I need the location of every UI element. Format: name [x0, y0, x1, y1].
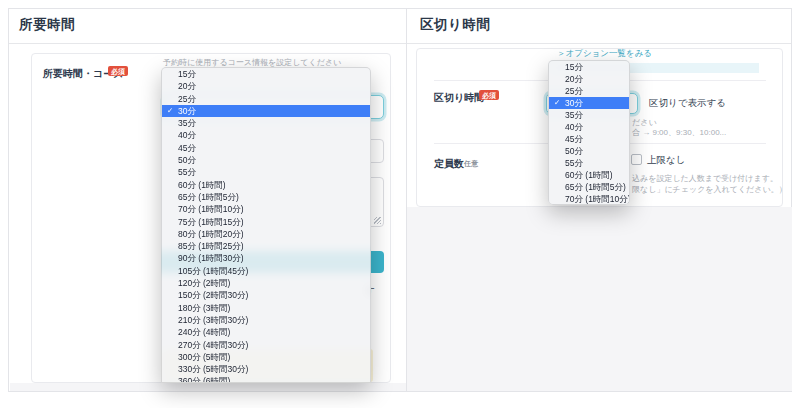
menu-option-label: 120分 (2時間)	[178, 278, 230, 288]
menu-option-label: 50分	[178, 155, 196, 165]
menu-option-label: 80分 (1時間20分)	[178, 229, 244, 239]
menu-option-label: 70分 (1時間10分)	[178, 204, 244, 214]
menu-option[interactable]: 90分 (1時間30分)	[162, 252, 370, 264]
menu-option[interactable]: 70分 (1時間10分)	[549, 193, 629, 205]
menu-option[interactable]: 85分 (1時間25分)	[162, 240, 370, 252]
menu-option-label: 30分	[178, 106, 196, 116]
no-limit-checkbox[interactable]	[631, 154, 642, 165]
menu-option[interactable]: 55分	[549, 157, 629, 169]
duration-dropdown-menu: 15分20分25分✓30分35分40分45分50分55分60分 (1時間)65分…	[161, 67, 371, 383]
interval-suffix-text: 区切りで表示する	[649, 97, 726, 110]
menu-option[interactable]: 50分	[162, 154, 370, 166]
optional-badge: 任意	[464, 159, 478, 169]
interval-label: 区切り時間	[434, 91, 484, 105]
menu-option[interactable]: 40分	[549, 121, 629, 133]
required-badge: 必須	[479, 90, 499, 100]
resize-handle-icon[interactable]	[374, 217, 381, 224]
capacity-help-line2: 限なし」にチェックを入れてください。）	[632, 184, 787, 195]
menu-option-label: 60分 (1時間)	[565, 170, 613, 180]
menu-option-label: 35分	[178, 118, 196, 128]
menu-option[interactable]: 35分	[549, 109, 629, 121]
menu-option[interactable]: 120分 (2時間)	[162, 277, 370, 289]
menu-option-label: 210分 (3時間30分)	[178, 315, 248, 325]
interval-help-line2: 合 → 9:00、9:30、10:00...	[632, 127, 726, 138]
menu-option[interactable]: 25分	[162, 93, 370, 105]
menu-option-label: 105分 (1時間45分)	[178, 266, 248, 276]
settings-container: 所要時間 区切り時間 所要時間・コース 必須 予約時に使用するコース情報を設定し…	[8, 8, 792, 392]
left-panel-bottom-strip	[10, 383, 406, 391]
menu-option-label: 20分	[565, 74, 583, 84]
left-panel-title: 所要時間	[19, 16, 75, 34]
menu-option[interactable]: 80分 (1時間20分)	[162, 228, 370, 240]
menu-option[interactable]: 25分	[549, 85, 629, 97]
menu-option-label: 25分	[178, 94, 196, 104]
interval-dropdown-menu: 15分20分25分✓30分35分40分45分50分55分60分 (1時間)65分…	[548, 60, 630, 205]
menu-option-label: 90分 (1時間30分)	[178, 253, 244, 263]
capacity-label: 定員数	[434, 157, 464, 171]
menu-option[interactable]: ✓30分	[162, 105, 370, 117]
menu-option[interactable]: 50分	[549, 145, 629, 157]
menu-option[interactable]: 240分 (4時間)	[162, 326, 370, 338]
menu-option[interactable]: 65分 (1時間5分)	[162, 191, 370, 203]
required-badge: 必須	[108, 66, 128, 76]
header-divider	[9, 43, 791, 44]
menu-option-label: 45分	[565, 134, 583, 144]
menu-option[interactable]: 15分	[162, 68, 370, 80]
menu-option-label: 20分	[178, 81, 196, 91]
checkmark-icon: ✓	[167, 105, 173, 117]
menu-option[interactable]: 20分	[162, 80, 370, 92]
menu-option-label: 300分 (5時間)	[178, 352, 230, 362]
menu-option-label: 150分 (2時間30分)	[178, 290, 248, 300]
menu-option-label: 55分	[178, 167, 196, 177]
view-options-link[interactable]: ＞オプション一覧をみる	[557, 48, 652, 60]
menu-option-label: 35分	[565, 110, 583, 120]
menu-option-label: 45分	[178, 143, 196, 153]
menu-option-label: 40分	[178, 130, 196, 140]
menu-option[interactable]: 330分 (5時間30分)	[162, 363, 370, 375]
menu-option[interactable]: 70分 (1時間10分)	[162, 203, 370, 215]
menu-option-label: 65分 (1時間5分)	[565, 182, 626, 192]
menu-option-label: 240分 (4時間)	[178, 327, 230, 337]
menu-option-label: 65分 (1時間5分)	[178, 192, 239, 202]
menu-option-label: 60分 (1時間)	[178, 180, 226, 190]
menu-option[interactable]: 300分 (5時間)	[162, 351, 370, 363]
menu-option-label: 360分 (6時間)	[178, 376, 230, 383]
menu-option[interactable]: 270分 (4時間30分)	[162, 339, 370, 351]
menu-option[interactable]: 360分 (6時間)	[162, 375, 370, 383]
menu-option-label: 40分	[565, 122, 583, 132]
menu-option[interactable]: 15分	[549, 61, 629, 73]
menu-option-label: 30分	[565, 98, 583, 108]
menu-option-label: 180分 (3時間)	[178, 303, 230, 313]
menu-option[interactable]: 75分 (1時間15分)	[162, 216, 370, 228]
menu-option-label: 330分 (5時間30分)	[178, 364, 248, 374]
menu-option[interactable]: 65分 (1時間5分)	[549, 181, 629, 193]
screenshot-stage: 所要時間 区切り時間 所要時間・コース 必須 予約時に使用するコース情報を設定し…	[0, 0, 800, 408]
checkmark-icon: ✓	[554, 97, 560, 109]
menu-option[interactable]: 180分 (3時間)	[162, 302, 370, 314]
menu-option-label: 15分	[178, 69, 196, 79]
menu-option[interactable]: 210分 (3時間30分)	[162, 314, 370, 326]
menu-option-label: 70分 (1時間10分)	[565, 194, 630, 204]
no-limit-label: 上限なし	[647, 154, 685, 167]
menu-option-label: 50分	[565, 146, 583, 156]
menu-option[interactable]: 55分	[162, 166, 370, 178]
menu-option[interactable]: ✓30分	[549, 97, 629, 109]
right-panel-background	[407, 207, 792, 391]
menu-option[interactable]: 45分	[549, 133, 629, 145]
menu-option-label: 270分 (4時間30分)	[178, 340, 248, 350]
right-panel-title: 区切り時間	[420, 16, 490, 34]
menu-option[interactable]: 40分	[162, 129, 370, 141]
menu-option-label: 75分 (1時間15分)	[178, 217, 244, 227]
menu-option-label: 15分	[565, 62, 583, 72]
menu-option[interactable]: 35分	[162, 117, 370, 129]
menu-option[interactable]: 20分	[549, 73, 629, 85]
menu-option[interactable]: 150分 (2時間30分)	[162, 289, 370, 301]
menu-option-label: 25分	[565, 86, 583, 96]
menu-option-label: 85分 (1時間25分)	[178, 241, 244, 251]
capacity-help-line1: 込みを設定した人数まで受け付けます。	[632, 173, 778, 184]
menu-option-label: 55分	[565, 158, 583, 168]
menu-option[interactable]: 60分 (1時間)	[162, 179, 370, 191]
menu-option[interactable]: 105分 (1時間45分)	[162, 265, 370, 277]
menu-option[interactable]: 60分 (1時間)	[549, 169, 629, 181]
menu-option[interactable]: 45分	[162, 142, 370, 154]
